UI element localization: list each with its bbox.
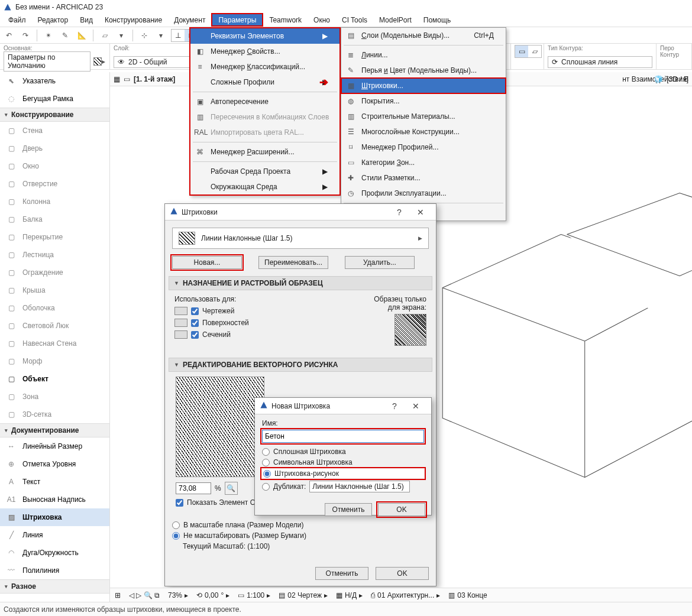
menu-конструирование[interactable]: Конструирование: [99, 14, 168, 27]
menu-item[interactable]: ▦Штриховки...: [341, 78, 506, 93]
menu-ci tools[interactable]: CI Tools: [336, 14, 373, 27]
menu-помощь[interactable]: Помощь: [418, 14, 457, 27]
menu-item[interactable]: Реквизиты Элементов▶: [190, 28, 339, 44]
menu-item[interactable]: Рабочая Среда Проекта▶: [190, 164, 339, 179]
view3d-tab[interactable]: 🧊 [3D / В: [651, 72, 692, 86]
tool-Крыша[interactable]: ▢Крыша: [0, 281, 109, 299]
menu-modelport[interactable]: ModelPort: [373, 14, 418, 27]
trace-dropdown-icon[interactable]: ▾: [115, 29, 128, 42]
menu-item[interactable]: ⌑Менеджер Профилей...: [341, 140, 506, 155]
new-button[interactable]: Новая...: [172, 256, 242, 269]
menu-item[interactable]: ◧Менеджер Свойств...: [190, 44, 339, 59]
section-vector[interactable]: ▼РЕДАКТИРОВАНИЕ ВЕКТОРНОГО РИСУНКА: [169, 358, 432, 372]
angle-value[interactable]: 0,00: [205, 591, 218, 599]
ok-button[interactable]: OK: [378, 503, 425, 516]
tool-Ограждение[interactable]: ▢Ограждение: [0, 264, 109, 281]
scale-input[interactable]: [176, 482, 211, 494]
cancel-button[interactable]: Отменить: [315, 567, 368, 580]
hatch-method-icon[interactable]: ▸: [93, 55, 106, 68]
help-icon[interactable]: ?: [389, 208, 410, 217]
radio-model-scale[interactable]: [172, 521, 180, 529]
radio-paper-scale[interactable]: [172, 532, 180, 540]
chk-cut[interactable]: [191, 331, 199, 339]
menu-item[interactable]: Окружающая Среда▶: [190, 179, 339, 194]
grid-snap-icon[interactable]: ⊹: [138, 29, 151, 42]
menu-окно[interactable]: Окно: [308, 14, 336, 27]
menu-вид[interactable]: Вид: [74, 14, 99, 27]
menu-параметры[interactable]: Параметры: [211, 13, 263, 27]
tool-Навесная Стена[interactable]: ▢Навесная Стена: [0, 335, 109, 352]
menu-item[interactable]: ▥Строительные Материалы...: [341, 109, 506, 124]
menu-item[interactable]: ◷Профили Эксплуатации...: [341, 186, 506, 201]
help-icon[interactable]: ?: [384, 401, 405, 411]
current-fill-selector[interactable]: Линии Наклонные (Шаг 1.5) ▶: [172, 228, 429, 249]
geometry-toggle[interactable]: ▭▱: [515, 45, 542, 58]
zoom-icon[interactable]: 🔍: [225, 482, 238, 495]
radio-symbol[interactable]: [262, 459, 270, 466]
tool-Штриховка[interactable]: ▨Штриховка: [0, 508, 109, 526]
tool-Окно[interactable]: ▢Окно: [0, 157, 109, 175]
menu-item[interactable]: ✚Стили Разметки...: [341, 170, 506, 186]
ruler-icon[interactable]: 📐: [75, 29, 88, 42]
tool-Полилиния[interactable]: 〰Полилиния: [0, 562, 109, 579]
grid-view-icon[interactable]: ▦: [114, 75, 120, 83]
snap-dropdown-icon[interactable]: ▾: [154, 29, 167, 42]
menu-документ[interactable]: Документ: [168, 14, 211, 27]
tool-Линия[interactable]: ╱Линия: [0, 526, 109, 544]
tool-Отверстие[interactable]: ▢Отверстие: [0, 175, 109, 193]
tool-Бегущая Рамка[interactable]: ◌Бегущая Рамка: [0, 90, 109, 108]
tool-Отметка Уровня[interactable]: ⊕Отметка Уровня: [0, 455, 109, 473]
view-tab[interactable]: [1. 1-й этаж]: [134, 75, 175, 83]
chk-show-element[interactable]: [176, 499, 183, 507]
delete-button[interactable]: Удалить...: [345, 256, 415, 269]
tool-Дуга/Окружность[interactable]: ◠Дуга/Окружность: [0, 544, 109, 562]
menu-item[interactable]: ▤Слои (Модельные Виды)...Ctrl+Д: [341, 28, 506, 43]
radio-image[interactable]: [263, 470, 271, 478]
menu-item[interactable]: ≡Менеджер Классификаций...: [190, 59, 339, 74]
pick-icon[interactable]: ✴: [42, 29, 55, 42]
undo-icon[interactable]: ↶: [2, 29, 15, 42]
redo-icon[interactable]: ↷: [19, 29, 32, 42]
zoom-value[interactable]: 73%: [168, 591, 182, 599]
menu-item[interactable]: ▭Категории Зон...: [341, 155, 506, 170]
contour-type-selector[interactable]: ⟳Сплошная линия: [548, 56, 652, 68]
section-usage[interactable]: ▼НАЗНАЧЕНИЕ И РАСТРОВЫЙ ОБРАЗЕЦ: [169, 276, 432, 290]
penset-value[interactable]: 01 Архитектурн...: [377, 591, 434, 599]
close-icon[interactable]: ✕: [405, 401, 426, 411]
tool-Объект[interactable]: ▢Объект: [0, 370, 109, 388]
concept-value[interactable]: 03 Конце: [457, 591, 487, 599]
radio-duplicate[interactable]: [262, 483, 270, 491]
cancel-button[interactable]: Отменить: [325, 503, 372, 516]
tool-3D-сетка[interactable]: ▢3D-сетка: [0, 406, 109, 423]
menu-item[interactable]: ≣Линии...: [341, 47, 506, 63]
tool-Стена[interactable]: ▢Стена: [0, 122, 109, 140]
menu-item[interactable]: ✎Перья и Цвет (Модельные Виды)...: [341, 63, 506, 78]
toolbox-section[interactable]: ▾Конструирование: [0, 108, 109, 122]
name-input[interactable]: [262, 430, 424, 443]
tool-Зона[interactable]: ▢Зона: [0, 388, 109, 406]
eyedrop-icon[interactable]: ✎: [59, 29, 72, 42]
menu-item[interactable]: ⌘Менеджер Расширений...: [190, 144, 339, 160]
menu-item[interactable]: ◍Покрытия...: [341, 93, 506, 109]
tool-Колонна[interactable]: ▢Колонна: [0, 193, 109, 210]
tool-Перекрытие[interactable]: ▢Перекрытие: [0, 228, 109, 246]
layer-selector[interactable]: 👁2D - Общий: [114, 56, 195, 68]
tool-Линейный Размер[interactable]: ↔Линейный Размер: [0, 437, 109, 455]
tool-Текст[interactable]: AТекст: [0, 473, 109, 491]
chk-cover[interactable]: [191, 319, 199, 327]
view-icon[interactable]: ▱: [98, 29, 111, 42]
menu-item[interactable]: Сложные Профили▶: [190, 74, 339, 90]
tool-Оболочка[interactable]: ▢Оболочка: [0, 299, 109, 317]
menu-редактор[interactable]: Редактор: [32, 14, 75, 27]
scale-value[interactable]: 1:100: [247, 591, 264, 599]
tool-Выносная Надпись[interactable]: A1Выносная Надпись: [0, 491, 109, 508]
default-settings-button[interactable]: Параметры по Умолчанию: [4, 51, 90, 72]
duplicate-source[interactable]: Линии Наклонные (Шаг 1.5): [309, 481, 410, 492]
tool-Морф[interactable]: ▢Морф: [0, 352, 109, 370]
toolbox-section[interactable]: ▾Разное: [0, 579, 109, 594]
menu-item[interactable]: ☰Многослойные Конструкции...: [341, 124, 506, 140]
rename-button[interactable]: Переименовать...: [258, 256, 328, 269]
nav-icon[interactable]: ⊞: [115, 591, 121, 599]
plan-view-icon[interactable]: ▭: [124, 75, 130, 83]
tool-Указатель[interactable]: ⬉Указатель: [0, 72, 109, 90]
